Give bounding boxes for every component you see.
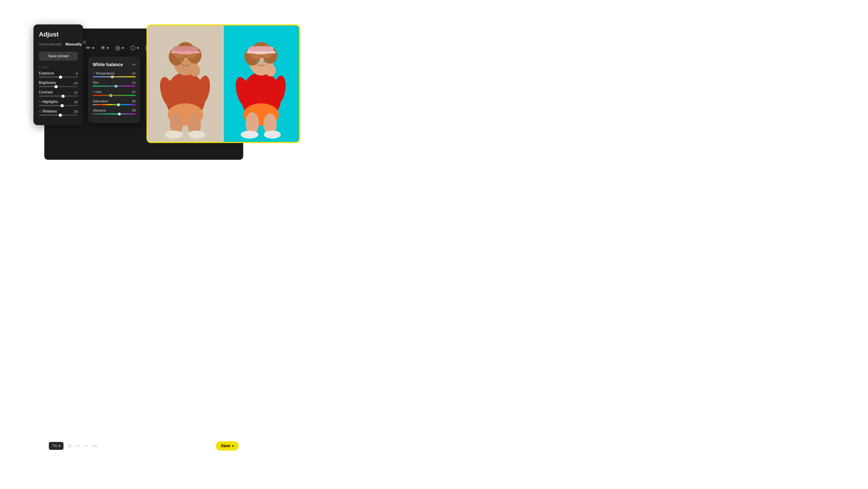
brightness-value: -14 <box>73 81 78 85</box>
shape-tool[interactable]: ⬡ ▾ <box>130 45 139 51</box>
redo-button[interactable]: ↪ <box>84 443 88 449</box>
vibrance-track[interactable] <box>93 113 135 115</box>
save-preset-button[interactable]: Save preset <box>39 52 78 61</box>
person-original-svg <box>148 26 223 142</box>
adjust-tabs: Automatically Manually <box>39 42 78 47</box>
svg-point-20 <box>188 60 191 63</box>
shadows-track[interactable] <box>39 115 78 116</box>
saturation-value: 56 <box>132 99 135 103</box>
shape-chevron: ▾ <box>137 46 139 51</box>
exposure-slider-row: Exposure 6 <box>39 71 78 78</box>
highlights-track[interactable] <box>39 105 78 106</box>
shadows-slider-row: ≡ Shadows 28 <box>39 109 78 116</box>
zoom-value: 7% <box>52 444 57 448</box>
saturation-thumb[interactable] <box>117 104 120 106</box>
brightness-slider-row: Brightness -14 <box>39 81 78 87</box>
save-chevron: ▾ <box>232 444 234 448</box>
tint-label: Tint <box>93 81 98 84</box>
lasso-chevron: ▾ <box>122 46 124 51</box>
bottom-left-tools: 7% ▾ ⊕ ↩ ↪ ••• <box>49 442 97 450</box>
contrast-track[interactable] <box>39 95 78 97</box>
save-label: Save <box>221 443 230 448</box>
vibrance-thumb[interactable] <box>118 113 121 115</box>
svg-point-42 <box>255 60 259 63</box>
shadows-value: 28 <box>74 110 78 113</box>
exposure-label: Exposure <box>39 71 54 75</box>
tab-manually[interactable]: Manually <box>65 42 82 47</box>
vibrance-slider-row: Vibrance 59 <box>93 108 135 115</box>
tint-value: 12 <box>132 81 135 84</box>
exposure-track[interactable] <box>39 77 78 78</box>
more-button[interactable]: ••• <box>92 443 97 449</box>
svg-rect-32 <box>249 47 273 51</box>
hue-track[interactable] <box>93 95 135 96</box>
saturation-track[interactable] <box>93 104 135 105</box>
hue-value: -21 <box>131 90 135 94</box>
tab-automatically[interactable]: Automatically <box>39 42 62 47</box>
svg-point-38 <box>264 131 281 139</box>
brightness-track[interactable] <box>39 86 78 87</box>
contrast-thumb[interactable] <box>61 94 65 98</box>
hue-slider-row: ≡ Hue -21 <box>93 90 135 96</box>
saturation-slider-row: Saturation 56 <box>93 99 135 105</box>
shadows-thumb[interactable] <box>59 114 62 117</box>
section-light-label: LIGHT <box>39 66 78 69</box>
hue-icon: ≡ <box>93 90 94 93</box>
wb-title: White balance <box>93 62 123 67</box>
highlights-slider-row: ≡ Highlights 28 <box>39 100 78 106</box>
save-button[interactable]: Save ▾ <box>216 441 239 451</box>
svg-rect-33 <box>247 51 276 53</box>
brush-chevron: ▾ <box>92 46 94 51</box>
wb-edit-icon[interactable]: ✏ <box>132 62 135 67</box>
adjust-panel: Adjust Automatically Manually Save prese… <box>33 24 83 125</box>
contrast-slider-row: Contrast 31 <box>39 90 78 97</box>
comparison-divider <box>223 26 223 142</box>
svg-rect-12 <box>171 51 200 53</box>
brightness-thumb[interactable] <box>55 85 58 88</box>
exposure-thumb[interactable] <box>59 76 62 79</box>
temperature-thumb[interactable] <box>111 76 114 78</box>
lasso-tool[interactable]: ◎ ▾ <box>115 45 124 51</box>
hue-label: ≡ Hue <box>93 90 102 94</box>
brush-icon: ✏ <box>86 45 91 51</box>
hue-thumb[interactable] <box>110 94 112 97</box>
temperature-track[interactable] <box>93 76 135 77</box>
highlights-thumb[interactable] <box>61 104 64 107</box>
temperature-label: ≡ Temperature <box>93 71 114 75</box>
exposure-value: 6 <box>76 71 78 75</box>
select-chevron: ▾ <box>107 46 109 51</box>
shadows-icon: ≡ <box>39 110 41 113</box>
compare-button[interactable]: ⊕ <box>68 443 72 449</box>
highlights-icon: ≡ <box>39 100 41 104</box>
undo-button[interactable]: ↩ <box>76 443 80 449</box>
main-toolbar: ✏ ▾ ✳ ▾ ◎ ▾ ⬡ ▾ ⊡ ▾ <box>86 45 153 51</box>
highlights-label: ≡ Highlights <box>39 100 58 104</box>
svg-point-17 <box>188 131 205 139</box>
white-balance-panel: White balance ✏ ≡ Temperature -12 Tint 1… <box>88 57 140 123</box>
highlights-value: 28 <box>74 100 78 104</box>
bottom-toolbar: 7% ▾ ⊕ ↩ ↪ ••• Save ▾ <box>44 441 243 451</box>
adjust-title: Adjust <box>39 31 78 38</box>
wb-header: White balance ✏ <box>93 62 135 67</box>
shadows-label: ≡ Shadows <box>39 109 57 113</box>
zoom-button[interactable]: 7% ▾ <box>49 442 64 450</box>
image-edited <box>223 26 299 142</box>
temperature-value: -12 <box>131 71 135 75</box>
temperature-slider-row: ≡ Temperature -12 <box>93 71 135 77</box>
contrast-value: 31 <box>74 90 78 94</box>
tint-slider-row: Tint 12 <box>93 81 135 87</box>
select-tool[interactable]: ✳ ▾ <box>101 45 109 51</box>
saturation-label: Saturation <box>93 99 108 103</box>
image-original <box>148 26 223 142</box>
svg-point-16 <box>165 131 183 139</box>
brush-tool[interactable]: ✏ ▾ <box>86 45 94 51</box>
image-comparison <box>147 24 300 143</box>
brightness-label: Brightness <box>39 81 56 85</box>
contrast-label: Contrast <box>39 90 53 94</box>
svg-point-19 <box>180 60 183 63</box>
tint-thumb[interactable] <box>115 85 117 88</box>
svg-point-37 <box>241 131 258 139</box>
tint-track[interactable] <box>93 86 135 87</box>
svg-rect-11 <box>173 47 197 51</box>
vibrance-label: Vibrance <box>93 108 106 112</box>
